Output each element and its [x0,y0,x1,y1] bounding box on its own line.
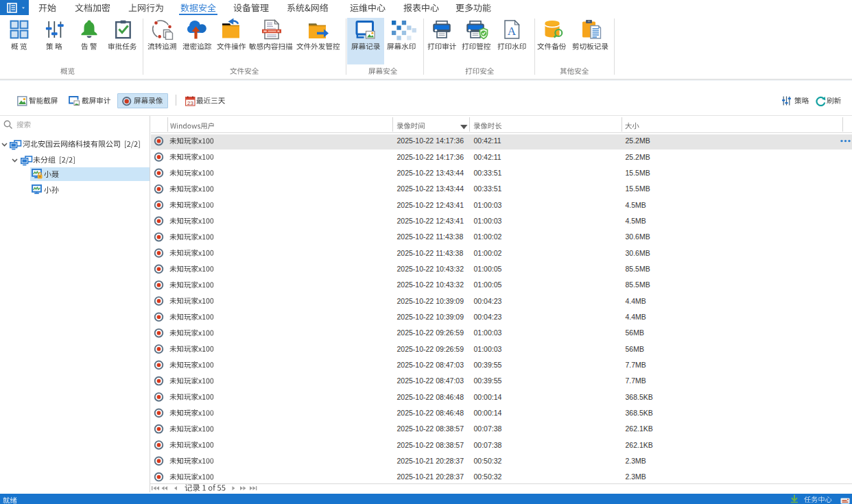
svg-text:15.5MB: 15.5MB [626,169,650,177]
svg-text:00:42:11: 00:42:11 [474,136,501,145]
svg-text:2025-10-22 08:38:57: 2025-10-22 08:38:57 [397,424,464,433]
svg-text:01:00:03: 01:00:03 [474,328,502,337]
svg-text:368.5KB: 368.5KB [626,409,653,417]
svg-text:23: 23 [187,99,193,106]
svg-text:01:00:03: 01:00:03 [474,217,502,225]
svg-text:2025-10-22 13:43:44: 2025-10-22 13:43:44 [397,184,464,193]
svg-text:01:00:03: 01:00:03 [474,344,502,352]
svg-text:262.1KB: 262.1KB [626,440,653,448]
svg-text:00:42:11: 00:42:11 [474,152,501,160]
svg-text:2025-10-22 08:46:48: 2025-10-22 08:46:48 [397,409,464,417]
svg-text:4.5MB: 4.5MB [626,217,646,225]
svg-text:4.4MB: 4.4MB [626,313,646,321]
svg-text:01:00:03: 01:00:03 [474,200,502,208]
svg-text:25.2MB: 25.2MB [626,152,650,160]
svg-text:15.5MB: 15.5MB [626,184,650,193]
svg-text:2025-10-22 11:43:38: 2025-10-22 11:43:38 [397,248,464,256]
svg-text:7.7MB: 7.7MB [626,361,646,369]
svg-text:56MB: 56MB [626,344,644,352]
svg-text:2.3MB: 2.3MB [626,457,646,465]
svg-text:00:04:23: 00:04:23 [474,313,502,321]
svg-text:7.7MB: 7.7MB [626,376,646,385]
svg-text:2025-10-22 11:43:38: 2025-10-22 11:43:38 [397,232,464,241]
svg-text:00:07:38: 00:07:38 [474,440,502,448]
svg-text:368.5KB: 368.5KB [626,392,653,400]
svg-text:2025-10-22 14:17:36: 2025-10-22 14:17:36 [397,152,464,160]
svg-text:00:39:55: 00:39:55 [474,376,502,385]
svg-text:56MB: 56MB [626,328,644,337]
svg-text:85.5MB: 85.5MB [626,280,650,289]
svg-text:00:33:51: 00:33:51 [474,169,502,177]
svg-text:25.2MB: 25.2MB [626,136,650,145]
svg-text:2025-10-22 08:47:03: 2025-10-22 08:47:03 [397,376,464,385]
svg-text:2025-10-22 09:26:59: 2025-10-22 09:26:59 [397,328,464,337]
svg-text:00:50:32: 00:50:32 [474,472,502,481]
svg-text:00:33:51: 00:33:51 [474,184,502,193]
svg-text:00:50:32: 00:50:32 [474,457,502,465]
svg-text:2025-10-22 12:43:41: 2025-10-22 12:43:41 [397,200,464,208]
svg-text:00:00:14: 00:00:14 [474,392,502,400]
svg-text:00:00:14: 00:00:14 [474,409,502,417]
svg-text:01:00:02: 01:00:02 [474,232,502,241]
svg-text:01:00:05: 01:00:05 [474,265,502,273]
svg-text:30.6MB: 30.6MB [626,248,650,256]
svg-text:85.5MB: 85.5MB [626,265,650,273]
svg-text:00:39:55: 00:39:55 [474,361,502,369]
svg-text:2025-10-22 10:43:32: 2025-10-22 10:43:32 [397,280,464,289]
svg-text:4.5MB: 4.5MB [626,200,646,208]
svg-text:01:00:05: 01:00:05 [474,280,502,289]
svg-text:2025-10-22 10:43:32: 2025-10-22 10:43:32 [397,265,464,273]
svg-text:2.3MB: 2.3MB [626,472,646,481]
svg-text:2025-10-22 14:17:36: 2025-10-22 14:17:36 [397,136,464,145]
svg-text:2025-10-22 09:26:59: 2025-10-22 09:26:59 [397,344,464,352]
svg-text:A: A [508,25,517,38]
svg-text:2025-10-22 10:39:09: 2025-10-22 10:39:09 [397,313,464,321]
svg-text:2025-10-22 08:46:48: 2025-10-22 08:46:48 [397,392,464,400]
svg-text:2025-10-22 08:47:03: 2025-10-22 08:47:03 [397,361,464,369]
svg-text:00:04:23: 00:04:23 [474,296,502,304]
svg-text:30.6MB: 30.6MB [626,232,650,241]
svg-text:2025-10-22 08:38:57: 2025-10-22 08:38:57 [397,440,464,448]
svg-text:01:00:02: 01:00:02 [474,248,502,256]
svg-text:2025-10-22 13:43:44: 2025-10-22 13:43:44 [397,169,464,177]
svg-text:2025-10-22 12:43:41: 2025-10-22 12:43:41 [397,217,464,225]
svg-text:00:07:38: 00:07:38 [474,424,502,433]
svg-text:4.4MB: 4.4MB [626,296,646,304]
svg-text:2025-10-22 10:39:09: 2025-10-22 10:39:09 [397,296,464,304]
svg-text:262.1KB: 262.1KB [626,424,653,433]
svg-text:2025-10-21 20:28:37: 2025-10-21 20:28:37 [397,457,464,465]
svg-text:2025-10-21 20:28:37: 2025-10-21 20:28:37 [397,472,464,481]
